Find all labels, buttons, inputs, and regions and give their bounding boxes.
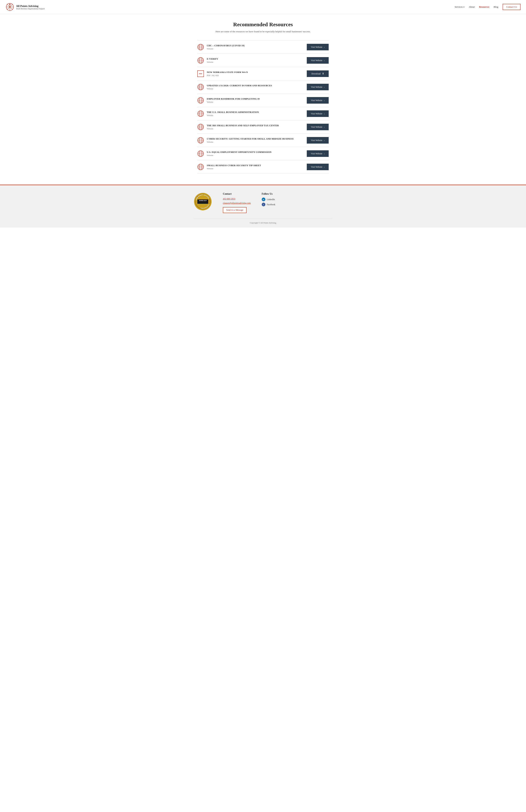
page-subtitle: Here are some of the resources we have f… (198, 30, 328, 33)
btn-label: Visit Website (311, 112, 322, 115)
resource-left: CYBER SECURITY: GETTING STARTED FOR SMAL… (198, 137, 294, 144)
chevron-right-icon: › (324, 86, 325, 88)
contact-us-button[interactable]: Contact Us (503, 4, 521, 10)
nav-blog[interactable]: Blog (494, 5, 498, 9)
resource-left: E-VERIFYWebsite (198, 57, 218, 64)
resource-type: Website (207, 48, 245, 50)
visit-website-button[interactable]: Visit Website› (307, 57, 328, 64)
resource-name: U.S. EQUAL EMPLOYMENT OPPORTUNITY COMMIS… (207, 151, 272, 154)
resource-item: THE U.S. SMALL BUSINESS ADMINISTRATIONWe… (198, 107, 328, 120)
facebook-item[interactable]: f Facebook (262, 203, 275, 206)
follow-heading: Follow Us (262, 192, 275, 195)
logo-subtitle: Small Business Organizational Support (16, 8, 45, 10)
resource-type: Website (207, 61, 218, 63)
nav-resources[interactable]: Resources (479, 5, 489, 9)
main-nav: Services ▾ About Resources Blog Contact … (455, 4, 521, 10)
resource-left: CDC – CORONAVIRUS (COVID 19)Website (198, 44, 245, 50)
resource-text: THE U.S. SMALL BUSINESS ADMINISTRATIONWe… (207, 111, 259, 116)
chevron-down-icon: ▾ (464, 6, 464, 8)
resource-left: U.S. EQUAL EMPLOYMENT OPPORTUNITY COMMIS… (198, 150, 272, 157)
resource-left: PDFNEW NEBRASKA STATE FORM W4-NPDF | 94.… (198, 70, 248, 77)
visit-website-button[interactable]: Visit Website› (307, 137, 328, 144)
resource-item: EMPLOYER HANDBOOK FOR COMPLETING I9Websi… (198, 94, 328, 107)
resource-text: U.S. EQUAL EMPLOYMENT OPPORTUNITY COMMIS… (207, 151, 272, 156)
resource-name: CDC – CORONAVIRUS (COVID 19) (207, 44, 245, 47)
footer-email[interactable]: clausen@allpointsadvising.com (223, 202, 251, 204)
logo-area: All Points Advising Small Business Organ… (5, 2, 45, 11)
facebook-label: Facebook (267, 203, 275, 206)
resource-left: SMALL BUSINESS CYBER SECURITY TIP SHEETW… (198, 164, 261, 170)
nav-services[interactable]: Services ▾ (455, 5, 464, 9)
resource-text: THE IRS SMALL BUSINESS AND SELF-EMPLOYED… (207, 124, 279, 130)
resource-type: Website (207, 101, 260, 103)
btn-label: Download (311, 72, 321, 75)
btn-label: Visit Website (311, 86, 322, 88)
visit-website-button[interactable]: Visit Website› (307, 150, 328, 157)
btn-label: Visit Website (311, 59, 322, 62)
footer-follow: Follow Us in LinkedIn f Facebook (262, 192, 275, 208)
resource-type: PDF | 94.3 KB (207, 74, 248, 76)
btn-label: Visit Website (311, 166, 322, 169)
svg-marker-6 (9, 3, 11, 5)
linkedin-icon: in (262, 198, 265, 201)
resource-text: EMPLOYER HANDBOOK FOR COMPLETING I9Websi… (207, 98, 260, 103)
resource-left: THE U.S. SMALL BUSINESS ADMINISTRATIONWe… (198, 111, 259, 117)
resource-left: THE IRS SMALL BUSINESS AND SELF-EMPLOYED… (198, 124, 279, 130)
resource-item: U.S. EQUAL EMPLOYMENT OPPORTUNITY COMMIS… (198, 147, 328, 160)
footer-contact: Contact 402-880-2833 clausen@allpointsad… (223, 192, 251, 213)
resource-name: EMPLOYER HANDBOOK FOR COMPLETING I9 (207, 98, 260, 100)
globe-icon (198, 44, 204, 50)
resource-type: Website (207, 88, 272, 90)
visit-website-button[interactable]: Visit Website› (307, 111, 328, 117)
resource-item: THE IRS SMALL BUSINESS AND SELF-EMPLOYED… (198, 120, 328, 134)
btn-label: Visit Website (311, 152, 322, 155)
facebook-icon: f (262, 203, 265, 206)
chevron-right-icon: › (324, 165, 325, 169)
send-message-button[interactable]: Send Us a Message (223, 207, 247, 213)
chevron-right-icon: › (324, 152, 325, 155)
globe-icon (198, 150, 204, 157)
download-icon: ⬇ (322, 72, 324, 75)
resource-name: NEW NEBRASKA STATE FORM W4-N (207, 71, 248, 74)
globe-icon (198, 137, 204, 144)
resource-name: THE U.S. SMALL BUSINESS ADMINISTRATION (207, 111, 259, 114)
copyright: Copyright © All Points Advising (194, 219, 332, 224)
footer-phone[interactable]: 402-880-2833 (223, 198, 251, 200)
globe-icon (198, 164, 204, 170)
resource-type: Website (207, 168, 261, 170)
globe-icon (198, 124, 204, 130)
footer-top: SHRM SENIOR CERTIFIED PROFESSIONAL SHRM-… (194, 192, 332, 213)
visit-website-button[interactable]: Visit Website› (307, 97, 328, 104)
resource-type: Website (207, 128, 279, 130)
resource-text: CDC – CORONAVIRUS (COVID 19)Website (207, 44, 245, 50)
chevron-right-icon: › (324, 99, 325, 102)
resource-list: CDC – CORONAVIRUS (COVID 19)WebsiteVisit… (198, 40, 328, 174)
visit-website-button[interactable]: Visit Website› (307, 164, 328, 170)
shrm-badge: SHRM SENIOR CERTIFIED PROFESSIONAL SHRM-… (194, 192, 212, 211)
resource-text: SMALL BUSINESS CYBER SECURITY TIP SHEETW… (207, 164, 261, 170)
chevron-right-icon: › (324, 126, 325, 128)
linkedin-label: LinkedIn (267, 198, 275, 201)
resource-item: PDFNEW NEBRASKA STATE FORM W4-NPDF | 94.… (198, 67, 328, 81)
resource-type: Website (207, 141, 294, 143)
resource-text: E-VERIFYWebsite (207, 58, 218, 63)
resource-item: SMALL BUSINESS CYBER SECURITY TIP SHEETW… (198, 160, 328, 174)
linkedin-item[interactable]: in LinkedIn (262, 198, 275, 201)
resource-item: CYBER SECURITY: GETTING STARTED FOR SMAL… (198, 134, 328, 147)
logo-title: All Points Advising (16, 4, 45, 8)
btn-label: Visit Website (311, 139, 322, 142)
chevron-right-icon: › (324, 59, 325, 62)
btn-label: Visit Website (311, 99, 322, 102)
resource-text: UPDATED 1/31/2020: CURRENT I9 FORM AND R… (207, 84, 272, 90)
chevron-right-icon: › (324, 46, 325, 48)
globe-icon (198, 84, 204, 90)
download-button[interactable]: Download⬇ (307, 70, 328, 77)
resource-item: UPDATED 1/31/2020: CURRENT I9 FORM AND R… (198, 81, 328, 94)
logo-icon (5, 2, 14, 11)
visit-website-button[interactable]: Visit Website› (307, 44, 328, 50)
resource-left: EMPLOYER HANDBOOK FOR COMPLETING I9Websi… (198, 97, 260, 104)
resource-item: CDC – CORONAVIRUS (COVID 19)WebsiteVisit… (198, 40, 328, 54)
nav-about[interactable]: About (469, 5, 475, 9)
visit-website-button[interactable]: Visit Website› (307, 84, 328, 90)
visit-website-button[interactable]: Visit Website› (307, 124, 328, 130)
